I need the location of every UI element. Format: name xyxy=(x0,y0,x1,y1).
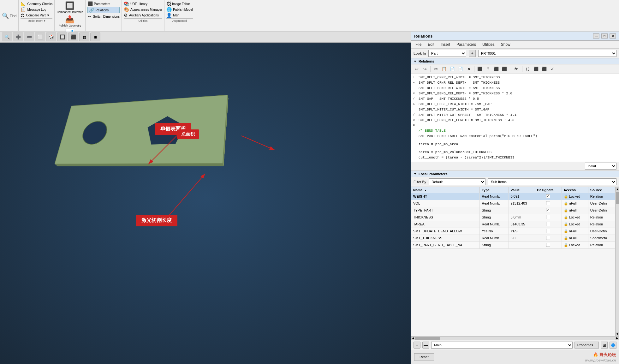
view-mode-btn3[interactable]: 🔲 xyxy=(57,33,67,41)
zoom-out-btn[interactable]: ➖ xyxy=(24,33,34,41)
table-row[interactable]: SMT_PART_BEND_TABLE_NAString🔒 LockedRela… xyxy=(411,242,615,248)
publish-model-btn[interactable]: 🌐 Publish Model xyxy=(166,7,193,12)
info-btn[interactable]: ⬛ xyxy=(492,65,500,72)
verify-btn[interactable]: ? xyxy=(484,65,492,72)
table-row[interactable]: SMT_THICKNESSReal Numb.5.0🔒 nFullSheetme… xyxy=(411,235,615,242)
designate-checkbox[interactable] xyxy=(546,215,550,219)
table-row[interactable]: SMT_UPDATE_BEND_ALLOWYes NoYES🔒 nFullUse… xyxy=(411,228,615,235)
h-scroll-right[interactable]: ▶ xyxy=(615,337,619,340)
udf-library-btn[interactable]: 📚 UDF Library xyxy=(124,1,162,6)
grid-icon-btn1[interactable]: ⊞ xyxy=(601,342,608,349)
close-btn[interactable]: ✕ xyxy=(610,33,616,39)
grid-icon-btn2[interactable]: 🔷 xyxy=(610,342,616,349)
restore-btn[interactable]: □ xyxy=(601,33,608,39)
bracket-btn[interactable]: { } xyxy=(524,65,532,72)
scroll-down-btn[interactable]: ▼ xyxy=(616,332,619,336)
designate-checkbox[interactable] xyxy=(546,201,550,205)
col-access[interactable]: Access xyxy=(562,187,588,193)
designate-checkbox[interactable] xyxy=(546,243,550,247)
geometry-checks-btn[interactable]: 📐 Geometry Checks xyxy=(21,1,52,6)
fx-btn[interactable]: fx xyxy=(512,65,521,72)
designate-checkbox[interactable] xyxy=(546,236,550,240)
param-designate[interactable] xyxy=(535,193,562,200)
local-params-header[interactable]: ▼ Local Parameters xyxy=(411,171,619,177)
param-designate[interactable] xyxy=(535,221,562,228)
relations-text-area[interactable]: + SMT_DFLT_CRNR_REL_WIDTH = SMT_THICKNES… xyxy=(411,74,619,162)
compare-part-btn[interactable]: ⚖ Compare Part ▼ xyxy=(21,13,52,18)
view-mode-btn1[interactable]: ⬜ xyxy=(35,33,45,41)
view-mode-btn6[interactable]: ▣ xyxy=(90,33,100,41)
menu-file[interactable]: File xyxy=(412,41,425,48)
zoom-in-btn[interactable]: ➕ xyxy=(13,33,23,41)
initial-select[interactable]: Initial xyxy=(585,163,616,170)
redo-btn[interactable]: ↪ xyxy=(421,65,429,72)
lookin-type-select[interactable]: Part xyxy=(428,50,466,57)
component-interface-btn[interactable]: 🔲 Component Interface xyxy=(57,1,83,14)
col-value[interactable]: Value xyxy=(509,187,535,193)
col-designate[interactable]: Designate xyxy=(535,187,562,193)
grid-btn[interactable]: ⬛ xyxy=(532,65,540,72)
auxiliary-applications-btn[interactable]: ⚙ Auxiliary Applications xyxy=(124,13,162,18)
designate-checkbox[interactable] xyxy=(546,222,550,226)
man-btn[interactable]: 👤 Man xyxy=(166,13,193,18)
menu-show[interactable]: Show xyxy=(498,41,514,48)
undo-btn[interactable]: ↩ xyxy=(413,65,420,72)
import-btn[interactable]: ⬛ xyxy=(501,65,508,72)
scroll-thumb[interactable] xyxy=(616,192,619,204)
main-select[interactable]: Main xyxy=(431,342,573,349)
paste-btn[interactable]: 📄 xyxy=(449,65,456,72)
lookin-cursor-btn[interactable]: ⌖ xyxy=(469,50,476,57)
table-row[interactable]: TYPE_PARTString🔒 nFullUser-Defin xyxy=(411,207,615,214)
designate-checkbox[interactable] xyxy=(546,194,550,198)
col-name[interactable]: Name ▲ xyxy=(411,187,480,193)
h-scroll-left[interactable]: ◀ xyxy=(411,337,415,340)
col-type[interactable]: Type xyxy=(480,187,509,193)
menu-edit[interactable]: Edit xyxy=(425,41,437,48)
switch-dimensions-btn[interactable]: ↔ Switch Dimensions xyxy=(87,14,120,19)
publish-geometry-btn[interactable]: 📤 Publish Geometry xyxy=(59,15,81,27)
param-designate[interactable] xyxy=(535,200,562,207)
params-table-wrap[interactable]: Name ▲ Type Value Designate Access Sourc… xyxy=(411,187,619,336)
delete-btn[interactable]: ✕ xyxy=(465,65,473,72)
params-scrollbar[interactable]: ▲ ▼ xyxy=(615,187,619,336)
view-mode-btn4[interactable]: ⬛ xyxy=(68,33,78,41)
designate-checkbox[interactable] xyxy=(546,229,550,233)
scroll-up-btn[interactable]: ▲ xyxy=(616,187,619,191)
table-row[interactable]: VOLReal Numb.91312.403🔒 nFullUser-Defin xyxy=(411,200,615,207)
filter-select[interactable]: Default xyxy=(429,178,485,185)
relations-btn[interactable]: 🔗 Relations xyxy=(87,7,120,13)
menu-parameters[interactable]: Parameters xyxy=(453,41,479,48)
param-designate[interactable] xyxy=(535,235,562,242)
check-btn[interactable]: ✓ xyxy=(549,65,556,72)
find-btn[interactable]: 🔍 Find xyxy=(2,12,16,19)
cut-btn[interactable]: ✂ xyxy=(432,65,440,72)
h-scroll-thumb[interactable] xyxy=(415,337,440,340)
copy-btn[interactable]: 📋 xyxy=(440,65,448,72)
image-editor-btn[interactable]: 🖼 Image Editor xyxy=(166,1,193,6)
menu-insert[interactable]: Insert xyxy=(437,41,453,48)
table-row[interactable]: WEIGHTReal Numb.0.091🔒 LockedRelation xyxy=(411,193,615,200)
param-designate[interactable] xyxy=(535,214,562,221)
appearances-manager-btn[interactable]: 🎨 Appearances Manager xyxy=(124,7,162,12)
message-log-btn[interactable]: 📋 Message Log xyxy=(21,7,52,12)
view-mode-btn5[interactable]: ▦ xyxy=(79,33,89,41)
parameters-btn[interactable]: ⬛ Parameters xyxy=(87,1,120,6)
reset-btn[interactable]: Reset xyxy=(414,353,434,361)
param-designate[interactable] xyxy=(535,242,562,248)
h-scrollbar[interactable]: ◀ ▶ xyxy=(411,336,619,340)
relations-section-header[interactable]: ▼ Relations xyxy=(411,58,619,64)
table-row[interactable]: TAREAReal Numb.51483.35🔒 LockedRelation xyxy=(411,221,615,228)
designate-checkbox[interactable] xyxy=(546,208,550,212)
col-source[interactable]: Source xyxy=(588,187,615,193)
lookin-file-select[interactable]: PRT0001 xyxy=(478,50,616,57)
add-param-btn[interactable]: + xyxy=(414,342,420,349)
subitems-select[interactable]: Sub Items xyxy=(488,178,616,185)
sort-btn[interactable]: ⬛ xyxy=(476,65,484,72)
view-mode-btn2[interactable]: 🎲 xyxy=(46,33,56,41)
table-btn[interactable]: ⬛ xyxy=(540,65,548,72)
table-row[interactable]: THICKNESSString5.0mm🔒 LockedRelation xyxy=(411,214,615,221)
paste2-btn[interactable]: 📄 xyxy=(457,65,464,72)
param-designate[interactable] xyxy=(535,228,562,235)
menu-utilities[interactable]: Utilities xyxy=(479,41,498,48)
remove-param-btn[interactable]: — xyxy=(422,342,429,349)
